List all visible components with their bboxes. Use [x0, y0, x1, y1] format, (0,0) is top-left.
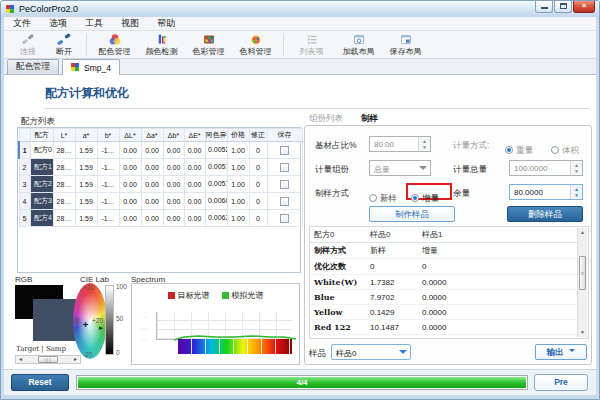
color-position-marker: + [83, 320, 88, 330]
toolbar-save-layout[interactable]: 保存布局 [382, 31, 429, 58]
toolbar-load-layout[interactable]: 加载布局 [335, 31, 382, 58]
menu-file[interactable]: 文件 [4, 16, 40, 31]
measure-comp-label: 计量组份 [315, 164, 349, 176]
plug-connect-icon [21, 33, 35, 46]
radio-icon [369, 194, 377, 202]
menu-help[interactable]: 帮助 [148, 16, 184, 31]
plug-disconnect-icon [57, 33, 71, 46]
toolbar-separator [86, 33, 87, 56]
page-title: 配方计算和优化 [45, 85, 129, 102]
load-layout-icon [352, 33, 366, 46]
spectrum-gradient-bar [178, 339, 292, 354]
formula-row[interactable]: 3 配方2 28… 1.59 -1… 0.00 0.00 0.00 0.00 0… [19, 176, 302, 193]
chevron-down-icon [419, 166, 427, 174]
pre-button[interactable]: Pre [534, 374, 588, 391]
save-checkbox[interactable] [280, 146, 289, 155]
scrollbar-thumb[interactable]: ||| [38, 356, 58, 363]
toolbar-colorant-manage[interactable]: 色料管理 [232, 31, 279, 58]
radio-weight[interactable]: 重量 [505, 139, 533, 157]
reset-button[interactable]: Reset [11, 374, 69, 391]
toolbar-disconnect[interactable]: 断开 [46, 31, 82, 58]
app-logo-icon [6, 5, 15, 14]
minimize-button[interactable] [535, 1, 553, 13]
save-layout-icon [399, 33, 413, 46]
radio-new-sample[interactable]: 新样 [369, 187, 397, 205]
make-sample-button[interactable]: 制作样品 [369, 206, 455, 222]
sample-color-icon [71, 63, 80, 72]
tab-make-sample[interactable]: 制样 [361, 113, 378, 125]
save-checkbox[interactable] [280, 197, 289, 206]
save-checkbox[interactable] [280, 163, 289, 172]
toolbar-color-detect[interactable]: 颜色检测 [138, 31, 185, 58]
delete-sample-button[interactable]: 删除样品 [507, 206, 583, 222]
scroll-right-icon[interactable]: ► [71, 356, 80, 363]
spinner-arrows-icon[interactable]: ▲▼ [418, 137, 430, 151]
tab-smp4[interactable]: Smp_4 [62, 59, 120, 75]
toolbar-color-matching[interactable]: 配色管理 [91, 31, 138, 58]
result-row[interactable]: 制样方式 新样 增量 [310, 243, 578, 259]
y-tick: ··· [140, 314, 149, 320]
result-table-scrollbar[interactable]: ▲ ≡ ▼ [577, 228, 587, 337]
spinner-arrows-icon[interactable]: ▲▼ [570, 161, 582, 175]
toolbar-color-manage[interactable]: 色彩管理 [185, 31, 232, 58]
simulated-spectrum-label: 模拟光谱 [232, 290, 264, 301]
save-checkbox[interactable] [280, 214, 289, 223]
rgb-panel-title: RGB [15, 275, 32, 284]
progress-fill: 4/4 [78, 377, 526, 388]
cielab-axis-right: +20 [92, 317, 103, 324]
formula-table: 配方 L* a* b* ΔL* Δa* Δb* ΔE* 同色异谱 价格 修正 保… [17, 127, 301, 273]
measure-comp-dropdown[interactable]: 总量 [369, 160, 431, 176]
cielab-axis-left: -20 [70, 317, 79, 324]
close-button[interactable]: × [573, 1, 595, 13]
rgb-horizontal-scrollbar[interactable]: ◄ ||| ► [15, 355, 81, 364]
formula-row[interactable]: 4 配方3 28… 1.59 -1… 0.00 0.00 0.00 0.00 0… [19, 193, 302, 210]
scrollbar-thumb[interactable]: ≡ [579, 256, 586, 290]
base-ratio-spinner[interactable]: 80.00 ▲▼ [369, 136, 431, 152]
scroll-left-icon[interactable]: ◄ [16, 356, 25, 363]
toolbar-connect[interactable]: 连接 [10, 31, 46, 58]
y-tick: ··· [140, 325, 149, 331]
close-icon: × [582, 1, 587, 10]
formula-row[interactable]: 5 配方4 28… 1.59 -1… 0.00 0.00 0.00 0.00 0… [19, 210, 302, 227]
menu-view[interactable]: 视图 [112, 16, 148, 31]
sample-select-dropdown[interactable]: 样品0 [331, 344, 411, 360]
spectrum-chart: 目标光谱 模拟光谱 ··· ··· ··· [131, 283, 300, 365]
rgb-caption: Target | Samp [16, 345, 66, 353]
formula-row[interactable]: 2 配方1 28… 1.59 -1… 0.00 0.00 0.00 0.00 0… [19, 159, 302, 176]
result-row[interactable]: Blue 7.9702 0.0000 [310, 290, 578, 305]
app-window: PeColorPro2.0 × 文件 选项 工具 视图 帮助 连接 断开 配色管… [0, 0, 600, 400]
save-checkbox[interactable] [280, 180, 289, 189]
toolbar: 连接 断开 配色管理 颜色检测 色彩管理 色料管理 列表项 [4, 31, 596, 59]
tab-component-list[interactable]: 组份列表 [309, 113, 343, 125]
radio-volume[interactable]: 体积 [551, 139, 579, 157]
scroll-down-icon[interactable]: ▼ [578, 328, 587, 337]
result-row[interactable]: White(W) 1.7382 0.0000 [310, 275, 578, 290]
base-ratio-label: 基材占比% [315, 140, 357, 152]
cielab-axis-top: +20 [83, 284, 94, 291]
maximize-button[interactable] [554, 1, 572, 13]
chevron-down-icon [569, 349, 575, 355]
menu-tools[interactable]: 工具 [76, 16, 112, 31]
result-row[interactable]: 优化次数 0 0 [310, 259, 578, 275]
measure-total-spinner[interactable]: 100.0000 ▲▼ [509, 160, 583, 176]
minimize-icon [541, 7, 548, 9]
menu-options[interactable]: 选项 [40, 16, 76, 31]
scroll-up-icon[interactable]: ▲ [578, 228, 587, 237]
result-row[interactable]: Red 122 10.1487 0.0000 [310, 320, 578, 335]
tab-color-matching[interactable]: 配色管理 [7, 59, 59, 74]
sample-result-table: 配方0 样品0 样品1 制样方式 新样 增量 优化次数 0 0 [309, 226, 589, 339]
toolbar-list-items[interactable]: 列表项 [288, 31, 335, 58]
remain-spinner[interactable]: 80.0000 ▲▼ [509, 184, 583, 200]
measure-mode-label: 计量方式: [453, 140, 489, 152]
color-match-icon [108, 33, 122, 46]
radio-increment[interactable]: 增量 [411, 187, 439, 205]
main-content: 配方计算和优化 配方列表 配方 L* a* b* ΔL* Δa* Δb* ΔE*… [4, 75, 596, 369]
formula-row[interactable]: 1 配方0 28… 1.59 -1… 0.00 0.00 0.00 0.00 0… [19, 142, 302, 159]
status-bar: Reset 4/4 Pre [4, 369, 596, 395]
spinner-arrows-icon[interactable]: ▲▼ [570, 185, 582, 199]
output-button[interactable]: 输出 [535, 344, 587, 360]
sample-select-label: 样品 [309, 348, 326, 360]
result-row[interactable]: Yellow 0.1429 0.0000 [310, 305, 578, 320]
window-title: PeColorPro2.0 [19, 4, 78, 14]
colorant-manage-icon [249, 33, 263, 46]
